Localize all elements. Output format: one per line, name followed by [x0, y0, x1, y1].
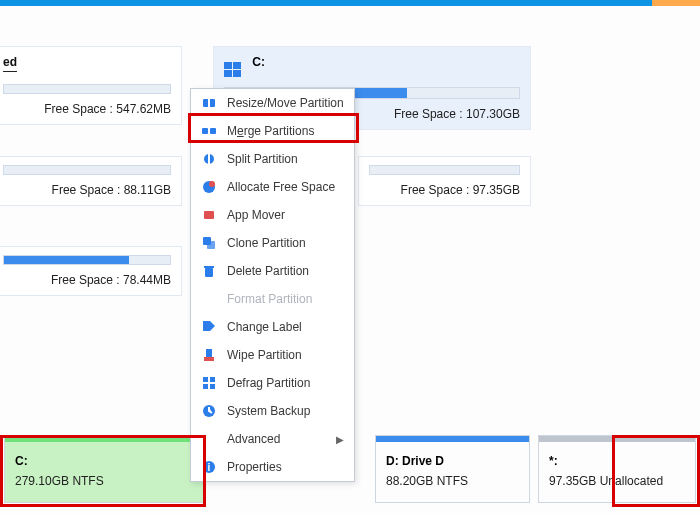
partition-subtitle: 88.20GB NTFS: [386, 474, 519, 488]
ctx-label: Merge Partitions: [227, 124, 314, 138]
ctx-system-backup[interactable]: System Backup: [191, 397, 354, 425]
svg-rect-17: [203, 384, 208, 389]
ctx-label: Delete Partition: [227, 264, 309, 278]
ctx-allocate-free-space[interactable]: Allocate Free Space: [191, 173, 354, 201]
ctx-change-label[interactable]: Change Label: [191, 313, 354, 341]
split-icon: [201, 151, 217, 167]
ctx-label: Defrag Partition: [227, 376, 310, 390]
partition-title: D: Drive D: [386, 454, 519, 468]
ctx-label: Format Partition: [227, 292, 312, 306]
windows-flag-icon: [224, 62, 241, 77]
partition-subtitle: 279.10GB NTFS: [15, 474, 193, 488]
wipe-icon: [201, 347, 217, 363]
svg-rect-13: [206, 349, 212, 357]
ctx-resize-move[interactable]: Resize/Move Partition: [191, 89, 354, 117]
ctx-merge-partitions[interactable]: Merge Partitions: [191, 117, 354, 145]
partition-title: C:: [15, 454, 193, 468]
svg-text:i: i: [208, 462, 211, 473]
ctx-properties[interactable]: i Properties: [191, 453, 354, 481]
ctx-defrag-partition[interactable]: Defrag Partition: [191, 369, 354, 397]
svg-rect-18: [210, 384, 215, 389]
tag-icon: [201, 319, 217, 335]
trash-icon: [201, 263, 217, 279]
svg-rect-14: [204, 357, 214, 361]
svg-rect-10: [207, 241, 215, 249]
svg-rect-15: [203, 377, 208, 382]
svg-rect-16: [210, 377, 215, 382]
svg-rect-12: [204, 266, 214, 268]
drive-letter: C:: [252, 55, 265, 69]
ctx-label: Resize/Move Partition: [227, 96, 344, 110]
clone-icon: [201, 235, 217, 251]
partition-panel-reserved: ed Free Space : 547.62MB: [0, 46, 182, 125]
app-mover-icon: [201, 207, 217, 223]
panel-header: ed: [3, 55, 17, 72]
ctx-label: Change Label: [227, 320, 302, 334]
usage-bar: [3, 255, 171, 265]
svg-rect-8: [204, 211, 214, 219]
svg-rect-3: [210, 128, 216, 134]
ctx-label: Wipe Partition: [227, 348, 302, 362]
partition-context-menu: Resize/Move Partition Merge Partitions S…: [190, 88, 355, 482]
free-space-label: Free Space : 547.62MB: [3, 102, 171, 116]
ctx-label: Properties: [227, 460, 282, 474]
svg-rect-1: [208, 99, 210, 107]
ctx-wipe-partition[interactable]: Wipe Partition: [191, 341, 354, 369]
chevron-right-icon: ▶: [336, 434, 344, 445]
ctx-clone-partition[interactable]: Clone Partition: [191, 229, 354, 257]
svg-point-7: [209, 181, 215, 187]
free-space-label: Free Space : 78.44MB: [3, 273, 171, 287]
ctx-label: App Mover: [227, 208, 285, 222]
panel-header: C:: [224, 55, 520, 77]
usage-bar: [369, 165, 520, 175]
svg-rect-11: [205, 268, 213, 277]
format-icon: [201, 291, 217, 307]
info-icon: i: [201, 459, 217, 475]
advanced-icon: [201, 431, 217, 447]
partition-block-unallocated[interactable]: *: 97.35GB Unallocated: [538, 435, 696, 503]
ctx-label: Split Partition: [227, 152, 298, 166]
allocate-icon: [201, 179, 217, 195]
partition-panel-3: Free Space : 78.44MB: [0, 246, 182, 296]
partition-panel-5: Free Space : 97.35GB: [358, 156, 531, 206]
partition-block-c[interactable]: C: 279.10GB NTFS: [4, 435, 204, 503]
ctx-delete-partition[interactable]: Delete Partition: [191, 257, 354, 285]
usage-bar: [3, 84, 171, 94]
ctx-label: Advanced: [227, 432, 280, 446]
defrag-icon: [201, 375, 217, 391]
partition-block-d[interactable]: D: Drive D 88.20GB NTFS: [375, 435, 530, 503]
ctx-split-partition[interactable]: Split Partition: [191, 145, 354, 173]
svg-rect-2: [202, 128, 208, 134]
partition-title: *:: [549, 454, 685, 468]
ctx-label: Clone Partition: [227, 236, 306, 250]
usage-bar: [3, 165, 171, 175]
resize-icon: [201, 95, 217, 111]
backup-icon: [201, 403, 217, 419]
ctx-app-mover[interactable]: App Mover: [191, 201, 354, 229]
ctx-format-partition: Format Partition: [191, 285, 354, 313]
ctx-label: Allocate Free Space: [227, 180, 335, 194]
partition-panel-2: Free Space : 88.11GB: [0, 156, 182, 206]
svg-rect-5: [208, 154, 210, 164]
partition-subtitle: 97.35GB Unallocated: [549, 474, 685, 488]
merge-icon: [201, 123, 217, 139]
free-space-label: Free Space : 88.11GB: [3, 183, 171, 197]
free-space-label: Free Space : 97.35GB: [369, 183, 520, 197]
ctx-advanced[interactable]: Advanced ▶: [191, 425, 354, 453]
ctx-label: System Backup: [227, 404, 310, 418]
